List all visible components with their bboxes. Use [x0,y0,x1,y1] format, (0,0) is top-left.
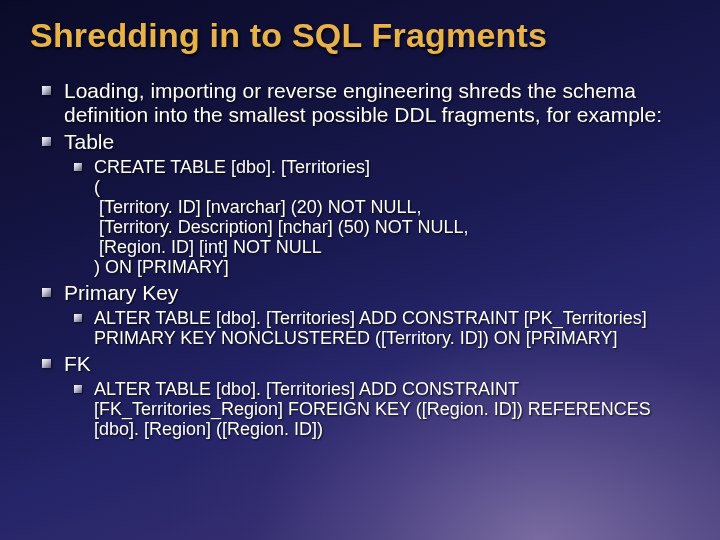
bullet-table-label: Table [64,130,114,153]
table-code: CREATE TABLE [dbo]. [Territories] ( [Ter… [94,157,696,278]
pk-sublist: ALTER TABLE [dbo]. [Territories] ADD CON… [64,308,696,348]
bullet-intro: Loading, importing or reverse engineerin… [64,79,696,126]
bullet-pk-label: Primary Key [64,281,178,304]
slide-title: Shredding in to SQL Fragments [30,16,696,55]
bullet-list: Loading, importing or reverse engineerin… [30,79,696,439]
bullet-pk: Primary Key ALTER TABLE [dbo]. [Territor… [64,281,696,348]
slide: Shredding in to SQL Fragments Loading, i… [0,0,720,540]
bullet-fk: FK ALTER TABLE [dbo]. [Territories] ADD … [64,352,696,439]
bullet-fk-label: FK [64,352,91,375]
pk-code: ALTER TABLE [dbo]. [Territories] ADD CON… [94,308,696,348]
table-sublist: CREATE TABLE [dbo]. [Territories] ( [Ter… [64,157,696,278]
fk-code: ALTER TABLE [dbo]. [Territories] ADD CON… [94,379,696,439]
bullet-table: Table CREATE TABLE [dbo]. [Territories] … [64,130,696,277]
fk-sublist: ALTER TABLE [dbo]. [Territories] ADD CON… [64,379,696,439]
